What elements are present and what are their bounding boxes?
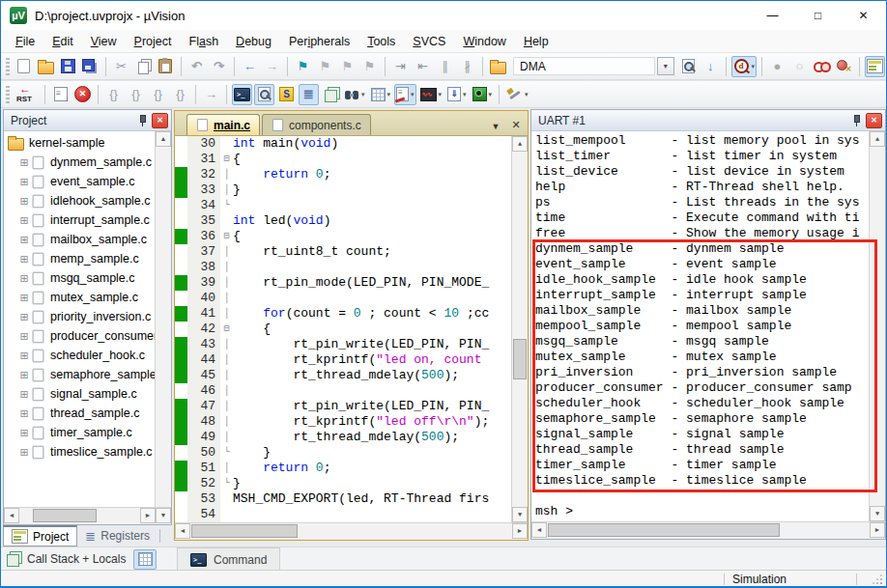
scrollbar-thumb[interactable] — [33, 509, 97, 522]
expand-icon[interactable]: ⊞ — [17, 195, 31, 208]
code-line[interactable]: 30int main(void) — [175, 136, 511, 152]
toggle-breakpoint-button[interactable]: ● — [767, 56, 787, 77]
scroll-up-icon[interactable]: ▲ — [156, 131, 171, 147]
code-line[interactable]: 41│ for(count = 0 ; count < 10 ;cc — [175, 306, 511, 322]
project-window-toggle-button[interactable] — [865, 56, 885, 77]
tree-item-memp_sample-c[interactable]: ⊞memp_sample.c — [4, 249, 155, 268]
tree-item-event_sample-c[interactable]: ⊞event_sample.c — [4, 172, 155, 191]
tab-components-c[interactable]: components.c — [262, 114, 371, 135]
expand-icon[interactable]: ⊞ — [17, 292, 31, 304]
unindent-button[interactable]: ⇤ — [413, 56, 433, 77]
code-line[interactable]: 34└ — [175, 198, 511, 213]
minimize-button[interactable]: — — [750, 1, 795, 30]
menu-window[interactable]: Window — [454, 35, 514, 48]
scroll-left-icon[interactable]: ◄ — [4, 508, 19, 523]
registers-window-button[interactable]: ≣ — [299, 84, 319, 105]
goto-next-bookmark-button[interactable]: ⚑ — [315, 56, 335, 77]
expand-icon[interactable]: ⊞ — [17, 176, 31, 188]
menu-peripherals[interactable]: Peripherals — [280, 35, 358, 48]
fold-marker[interactable]: ⊟ — [220, 322, 233, 337]
menu-flash[interactable]: Flash — [181, 35, 228, 48]
scroll-left-icon[interactable]: ◄ — [175, 523, 190, 539]
code-line[interactable]: 49│ rt_thread_mdelay(500); — [175, 430, 511, 445]
copy-button[interactable] — [133, 56, 154, 77]
scrollbar-thumb[interactable] — [548, 523, 780, 537]
scroll-right-icon[interactable]: ► — [140, 508, 156, 523]
pin-icon[interactable] — [850, 114, 862, 126]
expand-icon[interactable]: ⊞ — [17, 214, 31, 227]
tab-main-c[interactable]: main.c — [186, 114, 260, 135]
code-line[interactable]: 53MSH_CMD_EXPORT(led, RT-Thread firs — [175, 491, 511, 507]
goto-previous-bookmark-button[interactable]: ⚑ — [337, 56, 358, 77]
uart-close-icon[interactable]: ✕ — [866, 113, 882, 128]
command-window-button[interactable] — [232, 84, 252, 105]
scroll-down-icon[interactable]: ▼ — [870, 506, 885, 521]
navigate-back-button[interactable]: ← — [240, 56, 260, 77]
code-line[interactable]: 33│} — [175, 182, 511, 198]
project-horizontal-scrollbar[interactable]: ◄ ► ▼ — [4, 507, 171, 524]
scroll-right-icon[interactable]: ► — [512, 523, 528, 539]
expand-icon[interactable]: ⊞ — [17, 446, 31, 459]
toolbox-button[interactable]: ▾ — [504, 84, 530, 105]
code-line[interactable]: 43│ rt_pin_write(LED_PIN, PIN_ — [175, 337, 511, 352]
project-close-icon[interactable]: ✕ — [152, 113, 168, 128]
step-over-button[interactable]: {} — [126, 84, 146, 105]
code-line[interactable]: 51│ return 0; — [175, 461, 511, 476]
search-dropdown-icon[interactable]: ▾ — [657, 57, 674, 75]
tab-project[interactable]: Project — [3, 525, 77, 546]
expand-icon[interactable]: ⊞ — [17, 427, 31, 439]
menu-file[interactable]: File — [7, 35, 43, 48]
indent-button[interactable]: ⇥ — [390, 56, 411, 77]
tree-item-priority_inversion-c[interactable]: ⊞priority_inversion.c — [4, 307, 155, 326]
paste-button[interactable] — [156, 56, 176, 77]
undo-button[interactable]: ↶ — [186, 56, 207, 77]
expand-icon[interactable]: ⊞ — [17, 234, 31, 246]
code-line[interactable]: 37│ rt_uint8_t count; — [175, 244, 511, 260]
search-input[interactable]: DMA — [513, 57, 655, 75]
code-line[interactable]: 50└ } — [175, 445, 511, 461]
code-line[interactable]: 46│ — [175, 383, 511, 399]
scroll-down-icon[interactable]: ▼ — [512, 507, 528, 522]
tree-root[interactable]: kernel-sample — [4, 133, 155, 153]
code-line[interactable]: 31⊟{ — [175, 152, 511, 167]
scroll-right-icon[interactable]: ► — [870, 522, 885, 538]
scroll-left-icon[interactable]: ◄ — [531, 522, 547, 538]
fold-marker[interactable]: ⊟ — [220, 229, 233, 244]
find-in-files-scope-button[interactable] — [488, 56, 508, 77]
open-file-button[interactable] — [36, 56, 56, 77]
save-all-button[interactable] — [80, 56, 100, 77]
system-viewer-button[interactable]: ▾ — [471, 84, 495, 105]
callstack-bar[interactable]: Call Stack + Locals — [1, 549, 173, 570]
code-line[interactable]: 39│ rt_pin_mode(LED_PIN, PIN_MODE_ — [175, 275, 511, 291]
symbol-window-button[interactable] — [276, 84, 297, 105]
tree-item-mailbox_sample-c[interactable]: ⊞mailbox_sample.c — [4, 230, 155, 249]
window-list-icon[interactable]: ▼ — [487, 122, 504, 131]
uncomment-selection-button[interactable]: ∦ — [457, 56, 477, 77]
scrollbar-thumb[interactable] — [191, 524, 298, 538]
menu-edit[interactable]: Edit — [43, 35, 82, 48]
close-file-icon[interactable]: ✕ — [507, 119, 525, 131]
expand-icon[interactable]: ⊞ — [17, 311, 31, 323]
code-line[interactable]: 54 — [175, 507, 511, 522]
enable-disable-breakpoint-button[interactable]: ○ — [789, 56, 810, 77]
expand-icon[interactable]: ⊞ — [17, 350, 31, 362]
code-line[interactable]: 32│ return 0; — [175, 167, 511, 182]
reset-button[interactable] — [14, 84, 40, 105]
tree-item-mutex_sample-c[interactable]: ⊞mutex_sample.c — [4, 288, 155, 307]
code-line[interactable]: 40│ — [175, 291, 511, 306]
save-button[interactable] — [58, 56, 78, 77]
serial-windows-button[interactable]: ▾ — [394, 84, 416, 105]
navigate-forward-button[interactable]: → — [262, 56, 282, 77]
scroll-down-icon[interactable]: ▼ — [156, 508, 171, 523]
call-stack-window-button[interactable] — [321, 84, 341, 105]
tree-item-timeslice_sample-c[interactable]: ⊞timeslice_sample.c — [4, 442, 155, 462]
step-out-button[interactable]: {} — [148, 84, 168, 105]
pin-icon[interactable] — [136, 114, 148, 126]
uart-vertical-scrollbar[interactable]: ▲ ▼ — [869, 131, 885, 521]
disassembly-window-button[interactable] — [254, 84, 274, 105]
code-line[interactable]: 48│ rt_kprintf("led off\r\n"); — [175, 414, 511, 430]
analysis-windows-button[interactable]: ▾ — [418, 84, 444, 105]
run-to-cursor-line-button[interactable]: {} — [170, 84, 190, 105]
tree-item-idlehook_sample-c[interactable]: ⊞idlehook_sample.c — [4, 191, 155, 210]
show-next-statement-button[interactable]: → — [201, 84, 221, 105]
